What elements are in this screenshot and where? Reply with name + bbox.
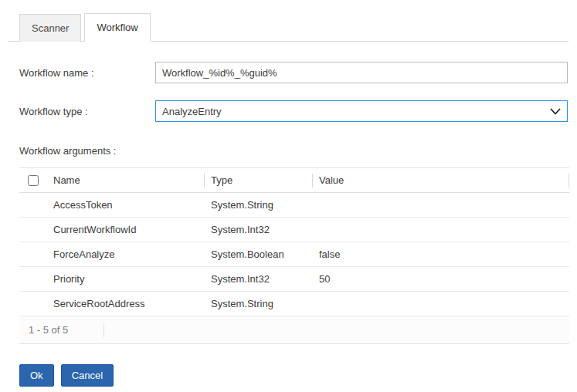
- select-all-checkbox[interactable]: [28, 175, 39, 186]
- table-row[interactable]: Priority System.Int32 50: [19, 267, 569, 292]
- ok-button[interactable]: Ok: [19, 364, 54, 387]
- workflow-type-label: Workflow type :: [19, 106, 155, 117]
- workflow-config-panel: Scanner Workflow Workflow name : Workflo…: [0, 12, 577, 387]
- workflow-name-input[interactable]: [155, 62, 568, 83]
- argument-type: System.Int32: [205, 273, 313, 285]
- table-header-row: Name Type Value: [19, 168, 569, 193]
- table-row[interactable]: AccessToken System.String: [19, 193, 569, 218]
- argument-type: System.String: [205, 199, 313, 211]
- tab-workflow[interactable]: Workflow: [84, 13, 150, 42]
- tab-scanner[interactable]: Scanner: [19, 14, 81, 42]
- column-header-value[interactable]: Value: [313, 174, 569, 188]
- workflow-name-label: Workflow name :: [19, 67, 155, 79]
- cancel-button[interactable]: Cancel: [61, 364, 114, 387]
- select-all-checkbox-cell: [19, 174, 47, 188]
- chevron-down-icon: [550, 108, 561, 115]
- argument-name: AccessToken: [47, 199, 205, 211]
- workflow-type-value: AnalyzeEntry: [162, 106, 222, 117]
- table-row[interactable]: CurrentWorkflowId System.Int32: [19, 218, 569, 242]
- argument-name: ServiceRootAddress: [47, 298, 205, 309]
- argument-type: System.Boolean: [205, 248, 313, 260]
- argument-value[interactable]: false: [313, 248, 569, 260]
- column-header-type[interactable]: Type: [205, 174, 313, 188]
- tab-bar: Scanner Workflow: [8, 12, 569, 42]
- arguments-table: Name Type Value AccessToken System.Strin…: [19, 167, 569, 344]
- pagination-status: 1 - 5 of 5: [19, 323, 104, 337]
- table-footer: 1 - 5 of 5: [19, 316, 569, 344]
- argument-value[interactable]: 50: [313, 273, 569, 285]
- argument-name: ForceAnalyze: [47, 248, 205, 260]
- argument-name: CurrentWorkflowId: [47, 224, 205, 235]
- table-row[interactable]: ServiceRootAddress System.String: [19, 292, 569, 316]
- workflow-name-row: Workflow name :: [19, 62, 569, 83]
- workflow-type-select[interactable]: AnalyzeEntry: [155, 100, 568, 122]
- argument-type: System.String: [205, 298, 313, 309]
- table-row[interactable]: ForceAnalyze System.Boolean false: [19, 242, 569, 267]
- argument-name: Priority: [47, 273, 205, 285]
- workflow-arguments-label: Workflow arguments :: [19, 145, 569, 157]
- column-header-name[interactable]: Name: [47, 174, 205, 188]
- argument-type: System.Int32: [205, 224, 313, 235]
- workflow-type-row: Workflow type : AnalyzeEntry: [19, 100, 569, 122]
- action-buttons: Ok Cancel: [19, 364, 569, 387]
